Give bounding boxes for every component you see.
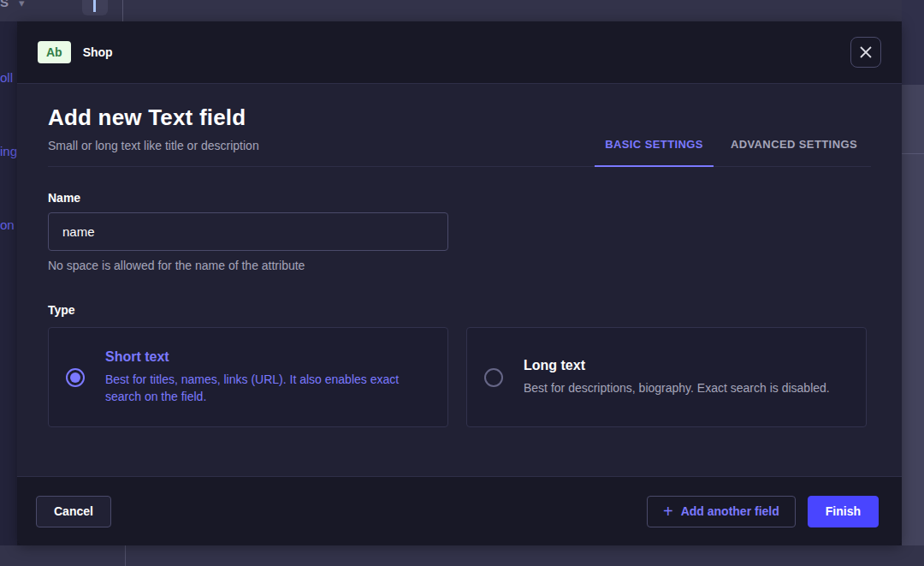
settings-tabs: BASIC SETTINGS ADVANCED SETTINGS — [591, 126, 871, 166]
add-another-field-button[interactable]: + Add another field — [647, 496, 796, 527]
background-bottom — [0, 545, 924, 566]
type-field-group: Type Short text Best for titles, names, … — [48, 303, 871, 427]
content-type-title: Shop — [83, 45, 113, 59]
footer-actions: + Add another field Finish — [647, 496, 879, 527]
tab-basic-settings[interactable]: BASIC SETTINGS — [595, 126, 714, 166]
option-text: Short text Best for titles, names, links… — [105, 349, 422, 406]
background-right-panel — [902, 85, 924, 566]
close-icon — [859, 45, 873, 59]
chevron-down-icon: ▾ — [19, 0, 25, 9]
modal-subtitle: Small or long text like title or descrip… — [48, 139, 259, 152]
tab-advanced-settings[interactable]: ADVANCED SETTINGS — [720, 126, 868, 166]
background-divider — [122, 0, 123, 21]
radio-selected-icon[interactable] — [66, 368, 85, 387]
sidebar-link-fragment: oll — [0, 70, 13, 85]
background-sidebar: oll ing on — [0, 21, 17, 545]
text-cursor-icon — [93, 0, 96, 12]
screen: S ▾ oll ing on Ab Shop Add new Text fiel… — [0, 0, 924, 566]
name-hint: No space is allowed for the name of the … — [48, 259, 871, 272]
name-field-group: Name No space is allowed for the name of… — [48, 191, 871, 272]
modal-footer: Cancel + Add another field Finish — [17, 476, 902, 545]
modal-header: Ab Shop — [17, 21, 902, 84]
option-long-text[interactable]: Long text Best for descriptions, biograp… — [466, 327, 867, 427]
sidebar-link-fragment: on — [0, 217, 15, 232]
option-title: Short text — [105, 349, 422, 365]
background-toolbar-button — [82, 0, 108, 15]
modal-body: Add new Text field Small or long text li… — [17, 84, 902, 476]
add-another-field-label: Add another field — [681, 504, 779, 518]
background-topbar: S ▾ — [0, 0, 924, 21]
add-field-modal: Ab Shop Add new Text field Small or long… — [17, 21, 902, 545]
option-text: Long text Best for descriptions, biograp… — [524, 358, 830, 396]
title-row: Add new Text field Small or long text li… — [48, 104, 871, 167]
finish-button[interactable]: Finish — [808, 496, 879, 527]
background-right-top — [902, 0, 924, 85]
background-text-fragment: S — [0, 0, 9, 9]
type-options: Short text Best for titles, names, links… — [48, 327, 871, 427]
option-short-text[interactable]: Short text Best for titles, names, links… — [48, 327, 448, 427]
background-divider — [902, 153, 924, 154]
sidebar-link-fragment: ing — [0, 144, 17, 158]
background-divider — [125, 545, 126, 566]
content-type-badge: Ab — [38, 41, 71, 63]
close-button[interactable] — [850, 37, 881, 68]
option-description: Best for descriptions, biography. Exact … — [524, 379, 830, 396]
option-description: Best for titles, names, links (URL). It … — [105, 371, 422, 406]
name-input[interactable] — [48, 212, 448, 251]
cancel-button[interactable]: Cancel — [36, 496, 111, 527]
name-label: Name — [48, 191, 871, 205]
title-block: Add new Text field Small or long text li… — [48, 104, 259, 166]
plus-icon: + — [663, 503, 673, 520]
radio-unselected-icon[interactable] — [484, 368, 503, 387]
type-label: Type — [48, 303, 871, 317]
modal-title: Add new Text field — [48, 104, 259, 131]
option-title: Long text — [524, 358, 830, 373]
